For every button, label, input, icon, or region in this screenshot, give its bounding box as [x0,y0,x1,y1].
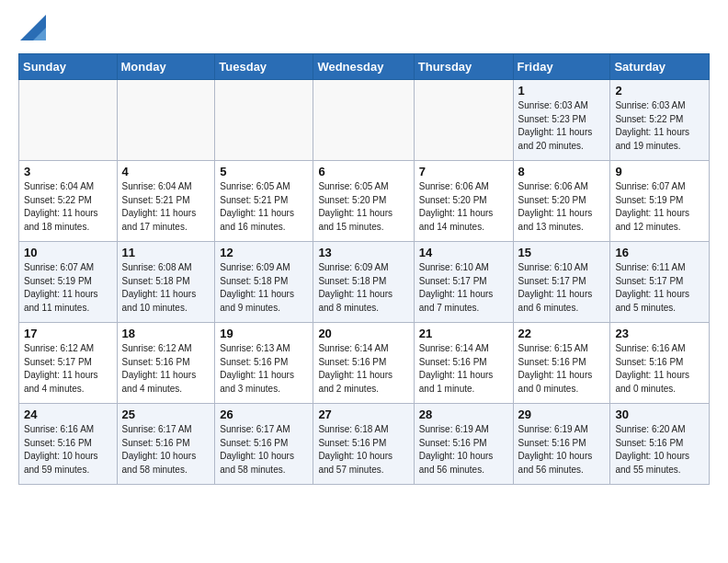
day-number: 9 [615,165,704,178]
day-info: Sunrise: 6:09 AM Sunset: 5:18 PM Dayligh… [318,261,408,315]
day-info: Sunrise: 6:16 AM Sunset: 5:16 PM Dayligh… [615,342,704,396]
calendar-day-7: 7Sunrise: 6:06 AM Sunset: 5:20 PM Daylig… [414,161,513,242]
calendar-week-1: 3Sunrise: 6:04 AM Sunset: 5:22 PM Daylig… [19,161,710,242]
day-number: 15 [518,246,606,259]
day-info: Sunrise: 6:14 AM Sunset: 5:16 PM Dayligh… [318,342,408,396]
logo [18,15,46,44]
calendar-day-26: 26Sunrise: 6:17 AM Sunset: 5:16 PM Dayli… [215,404,313,485]
day-number: 28 [419,408,508,421]
day-info: Sunrise: 6:10 AM Sunset: 5:17 PM Dayligh… [518,261,606,315]
day-number: 26 [220,408,308,421]
calendar-empty-cell [313,80,414,161]
calendar-day-19: 19Sunrise: 6:13 AM Sunset: 5:16 PM Dayli… [215,323,313,404]
calendar-day-6: 6Sunrise: 6:05 AM Sunset: 5:20 PM Daylig… [313,161,414,242]
day-number: 6 [318,165,408,178]
day-number: 14 [419,246,508,259]
day-number: 13 [318,246,408,259]
day-number: 20 [318,327,408,340]
day-info: Sunrise: 6:11 AM Sunset: 5:17 PM Dayligh… [615,261,704,315]
calendar-dow-monday: Monday [117,54,215,80]
calendar-day-4: 4Sunrise: 6:04 AM Sunset: 5:21 PM Daylig… [117,161,215,242]
day-number: 10 [24,246,112,259]
calendar-week-0: 1Sunrise: 6:03 AM Sunset: 5:23 PM Daylig… [19,80,710,161]
calendar-day-22: 22Sunrise: 6:15 AM Sunset: 5:16 PM Dayli… [513,323,610,404]
calendar-dow-thursday: Thursday [414,54,513,80]
header [18,15,710,44]
calendar-day-11: 11Sunrise: 6:08 AM Sunset: 5:18 PM Dayli… [117,242,215,323]
calendar-day-17: 17Sunrise: 6:12 AM Sunset: 5:17 PM Dayli… [19,323,118,404]
calendar-dow-wednesday: Wednesday [313,54,414,80]
day-info: Sunrise: 6:05 AM Sunset: 5:20 PM Dayligh… [318,180,408,234]
calendar-day-27: 27Sunrise: 6:18 AM Sunset: 5:16 PM Dayli… [313,404,414,485]
day-info: Sunrise: 6:12 AM Sunset: 5:17 PM Dayligh… [24,342,112,396]
day-info: Sunrise: 6:04 AM Sunset: 5:21 PM Dayligh… [122,180,210,234]
day-number: 29 [518,408,606,421]
day-info: Sunrise: 6:15 AM Sunset: 5:16 PM Dayligh… [518,342,606,396]
day-info: Sunrise: 6:17 AM Sunset: 5:16 PM Dayligh… [122,423,210,477]
calendar-day-30: 30Sunrise: 6:20 AM Sunset: 5:16 PM Dayli… [610,404,710,485]
calendar-dow-friday: Friday [513,54,610,80]
calendar-day-20: 20Sunrise: 6:14 AM Sunset: 5:16 PM Dayli… [313,323,414,404]
calendar-day-14: 14Sunrise: 6:10 AM Sunset: 5:17 PM Dayli… [414,242,513,323]
day-info: Sunrise: 6:14 AM Sunset: 5:16 PM Dayligh… [419,342,508,396]
calendar-empty-cell [117,80,215,161]
calendar-empty-cell [19,80,118,161]
day-info: Sunrise: 6:19 AM Sunset: 5:16 PM Dayligh… [518,423,606,477]
day-number: 8 [518,165,606,178]
calendar-day-24: 24Sunrise: 6:16 AM Sunset: 5:16 PM Dayli… [19,404,118,485]
calendar-day-12: 12Sunrise: 6:09 AM Sunset: 5:18 PM Dayli… [215,242,313,323]
calendar-dow-saturday: Saturday [610,54,710,80]
calendar-day-18: 18Sunrise: 6:12 AM Sunset: 5:16 PM Dayli… [117,323,215,404]
calendar-header-row: SundayMondayTuesdayWednesdayThursdayFrid… [19,54,710,80]
calendar-day-13: 13Sunrise: 6:09 AM Sunset: 5:18 PM Dayli… [313,242,414,323]
day-info: Sunrise: 6:19 AM Sunset: 5:16 PM Dayligh… [419,423,508,477]
calendar-day-25: 25Sunrise: 6:17 AM Sunset: 5:16 PM Dayli… [117,404,215,485]
day-number: 21 [419,327,508,340]
calendar-dow-tuesday: Tuesday [215,54,313,80]
calendar-day-8: 8Sunrise: 6:06 AM Sunset: 5:20 PM Daylig… [513,161,610,242]
day-info: Sunrise: 6:03 AM Sunset: 5:22 PM Dayligh… [615,99,704,153]
day-info: Sunrise: 6:06 AM Sunset: 5:20 PM Dayligh… [518,180,606,234]
day-number: 25 [122,408,210,421]
day-info: Sunrise: 6:10 AM Sunset: 5:17 PM Dayligh… [419,261,508,315]
day-info: Sunrise: 6:13 AM Sunset: 5:16 PM Dayligh… [220,342,308,396]
calendar-empty-cell [215,80,313,161]
day-info: Sunrise: 6:08 AM Sunset: 5:18 PM Dayligh… [122,261,210,315]
day-number: 22 [518,327,606,340]
logo-icon [20,15,46,40]
day-number: 30 [615,408,704,421]
calendar-week-4: 24Sunrise: 6:16 AM Sunset: 5:16 PM Dayli… [19,404,710,485]
calendar-day-15: 15Sunrise: 6:10 AM Sunset: 5:17 PM Dayli… [513,242,610,323]
day-number: 24 [24,408,112,421]
day-info: Sunrise: 6:17 AM Sunset: 5:16 PM Dayligh… [220,423,308,477]
day-number: 2 [615,84,704,98]
day-number: 7 [419,165,508,178]
calendar-day-2: 2Sunrise: 6:03 AM Sunset: 5:22 PM Daylig… [610,80,710,161]
day-number: 4 [122,165,210,178]
calendar-week-3: 17Sunrise: 6:12 AM Sunset: 5:17 PM Dayli… [19,323,710,404]
day-number: 17 [24,327,112,340]
calendar-day-29: 29Sunrise: 6:19 AM Sunset: 5:16 PM Dayli… [513,404,610,485]
day-info: Sunrise: 6:06 AM Sunset: 5:20 PM Dayligh… [419,180,508,234]
day-number: 16 [615,246,704,259]
day-info: Sunrise: 6:07 AM Sunset: 5:19 PM Dayligh… [615,180,704,234]
calendar-empty-cell [414,80,513,161]
calendar-day-9: 9Sunrise: 6:07 AM Sunset: 5:19 PM Daylig… [610,161,710,242]
calendar-day-28: 28Sunrise: 6:19 AM Sunset: 5:16 PM Dayli… [414,404,513,485]
calendar-day-3: 3Sunrise: 6:04 AM Sunset: 5:22 PM Daylig… [19,161,118,242]
day-number: 3 [24,165,112,178]
day-info: Sunrise: 6:03 AM Sunset: 5:23 PM Dayligh… [518,99,606,153]
page: SundayMondayTuesdayWednesdayThursdayFrid… [0,0,728,500]
day-info: Sunrise: 6:09 AM Sunset: 5:18 PM Dayligh… [220,261,308,315]
day-number: 5 [220,165,308,178]
calendar-day-16: 16Sunrise: 6:11 AM Sunset: 5:17 PM Dayli… [610,242,710,323]
calendar-day-5: 5Sunrise: 6:05 AM Sunset: 5:21 PM Daylig… [215,161,313,242]
calendar-day-21: 21Sunrise: 6:14 AM Sunset: 5:16 PM Dayli… [414,323,513,404]
calendar-day-23: 23Sunrise: 6:16 AM Sunset: 5:16 PM Dayli… [610,323,710,404]
day-number: 23 [615,327,704,340]
day-number: 18 [122,327,210,340]
day-info: Sunrise: 6:12 AM Sunset: 5:16 PM Dayligh… [122,342,210,396]
calendar-day-1: 1Sunrise: 6:03 AM Sunset: 5:23 PM Daylig… [513,80,610,161]
day-number: 11 [122,246,210,259]
calendar-week-2: 10Sunrise: 6:07 AM Sunset: 5:19 PM Dayli… [19,242,710,323]
